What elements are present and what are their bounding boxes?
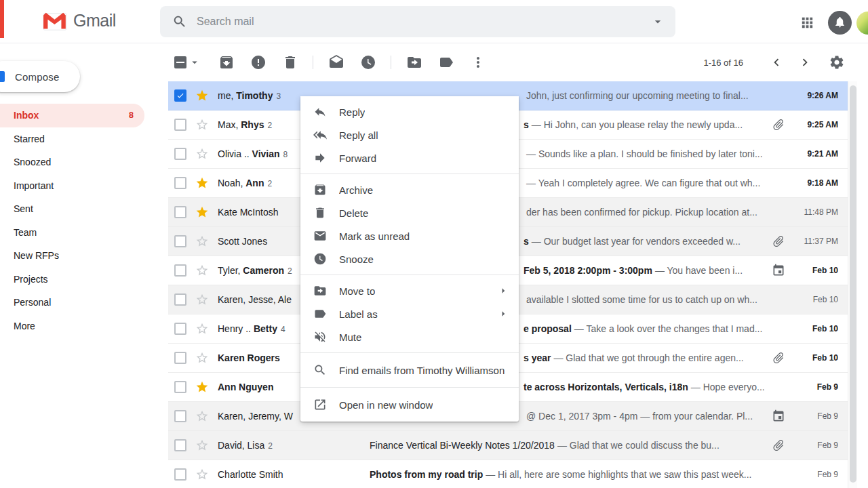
star-icon[interactable]: [195, 176, 209, 190]
search-input[interactable]: [197, 16, 651, 28]
context-menu: Reply Reply all Forward Archive Delete M…: [300, 96, 519, 422]
sidebar-item-label: Projects: [14, 274, 48, 285]
star-icon[interactable]: [195, 380, 209, 394]
search-options-caret-icon[interactable]: [651, 15, 665, 28]
star-icon[interactable]: [195, 118, 209, 131]
notifications-button[interactable]: [828, 11, 852, 35]
menu-item-forward[interactable]: Forward: [300, 146, 519, 169]
pagination-label: 1-16 of 16: [703, 58, 743, 68]
star-icon[interactable]: [195, 205, 209, 219]
sidebar-item-projects[interactable]: Projects: [0, 268, 144, 291]
sidebar-item-label: Starred: [14, 134, 45, 144]
star-icon[interactable]: [195, 351, 209, 365]
email-checkbox[interactable]: [174, 410, 186, 422]
menu-item-mark-as-unread[interactable]: Mark as unread: [300, 224, 519, 247]
mark-as-read-button[interactable]: [328, 54, 344, 70]
menu-separator: [300, 174, 519, 174]
email-checkbox[interactable]: [174, 381, 186, 393]
compose-button[interactable]: Compose: [0, 61, 80, 92]
move-to-button[interactable]: [406, 54, 422, 70]
submenu-arrow-icon: [497, 285, 509, 297]
settings-gear-icon[interactable]: [829, 54, 845, 70]
avatar[interactable]: [856, 12, 868, 35]
more-options-button[interactable]: [470, 54, 486, 70]
email-checkbox[interactable]: [174, 206, 186, 218]
star-icon[interactable]: [195, 147, 209, 161]
newer-page-button[interactable]: [769, 55, 784, 70]
submenu-arrow-icon: [497, 308, 509, 320]
app-header: Gmail: [0, 0, 868, 43]
email-checkbox[interactable]: [174, 264, 186, 277]
compose-label: Compose: [15, 71, 60, 83]
toolbar-divider: [313, 56, 313, 69]
sidebar-item-team[interactable]: Team: [0, 221, 144, 245]
email-time: Feb 9: [788, 441, 838, 450]
email-checkbox[interactable]: [174, 177, 186, 189]
sidebar-item-snoozed[interactable]: Snoozed: [0, 150, 144, 174]
sidebar-item-label: Snoozed: [14, 157, 51, 167]
sidebar-item-label: Personal: [14, 297, 51, 308]
email-checkbox[interactable]: [174, 119, 186, 131]
report-spam-button[interactable]: [250, 54, 267, 70]
older-page-button[interactable]: [797, 55, 812, 70]
star-icon[interactable]: [195, 293, 209, 306]
menu-item-reply-all[interactable]: Reply all: [300, 123, 519, 146]
email-row[interactable]: David, Lisa2 Finance Vertical Bi-Weekly …: [168, 431, 848, 460]
star-icon[interactable]: [195, 468, 209, 481]
email-row[interactable]: Charlotte Smith Photos from my road trip…: [168, 460, 848, 488]
email-checkbox[interactable]: [174, 323, 186, 335]
select-caret-icon[interactable]: [189, 56, 201, 68]
snooze-button[interactable]: [360, 54, 376, 70]
notifications-bell-icon: [833, 16, 846, 28]
star-icon[interactable]: [195, 235, 209, 248]
email-checkbox[interactable]: [174, 468, 186, 481]
menu-item-mute[interactable]: Mute: [300, 325, 519, 348]
email-checkbox[interactable]: [174, 439, 186, 451]
menu-separator: [300, 274, 519, 275]
star-icon[interactable]: [195, 89, 209, 102]
email-time: 9:18 AM: [788, 178, 838, 188]
email-checkbox[interactable]: [174, 352, 186, 364]
menu-item-move-to[interactable]: Move to: [300, 279, 519, 302]
menu-item-label-as[interactable]: Label as: [300, 302, 519, 325]
email-checkbox[interactable]: [174, 89, 186, 102]
mute-icon: [313, 330, 327, 344]
menu-item-archive[interactable]: Archive: [300, 178, 519, 201]
menu-item-open-in-new-window[interactable]: Open in new window: [300, 392, 519, 418]
email-checkbox[interactable]: [174, 235, 186, 247]
sidebar-item-inbox[interactable]: Inbox 8: [0, 104, 144, 127]
label-icon: [313, 307, 327, 321]
menu-item-find-emails-from-timothy-williamson[interactable]: Find emails from Timothy Williamson: [300, 357, 519, 383]
star-icon[interactable]: [195, 409, 209, 423]
archive-button[interactable]: [218, 54, 235, 70]
select-all-checkbox[interactable]: [174, 56, 186, 68]
star-icon[interactable]: [195, 439, 209, 452]
email-checkbox[interactable]: [174, 148, 186, 160]
apps-grid-icon[interactable]: [800, 15, 815, 30]
calendar-icon: [772, 409, 785, 423]
star-icon[interactable]: [195, 322, 209, 336]
sidebar-item-new-rfps[interactable]: New RFPs: [0, 244, 144, 268]
reply-all-icon: [313, 128, 327, 142]
sidebar-item-more[interactable]: More: [0, 314, 144, 338]
menu-item-delete[interactable]: Delete: [300, 201, 519, 224]
sidebar-item-sent[interactable]: Sent: [0, 197, 144, 221]
delete-button[interactable]: [282, 54, 298, 70]
toolbar-divider: [391, 56, 391, 69]
sidebar-item-label: Inbox: [14, 110, 39, 121]
sidebar-item-personal[interactable]: Personal: [0, 291, 144, 314]
email-checkbox[interactable]: [174, 293, 186, 306]
sidebar-item-starred[interactable]: Starred: [0, 127, 144, 151]
labels-button[interactable]: [438, 54, 454, 70]
email-sender: Charlotte Smith: [218, 469, 361, 480]
email-time: Feb 10: [788, 266, 838, 275]
sidebar-item-important[interactable]: Important: [0, 174, 144, 198]
menu-item-snooze[interactable]: Snooze: [300, 247, 519, 270]
star-icon[interactable]: [195, 264, 209, 277]
toolbar-actions: [210, 54, 494, 70]
toolbar-right: 1-16 of 16: [703, 54, 845, 70]
email-time: Feb 10: [788, 353, 838, 363]
menu-item-reply[interactable]: Reply: [300, 100, 519, 123]
scrollbar-thumb[interactable]: [850, 85, 856, 483]
snooze-icon: [313, 252, 327, 266]
